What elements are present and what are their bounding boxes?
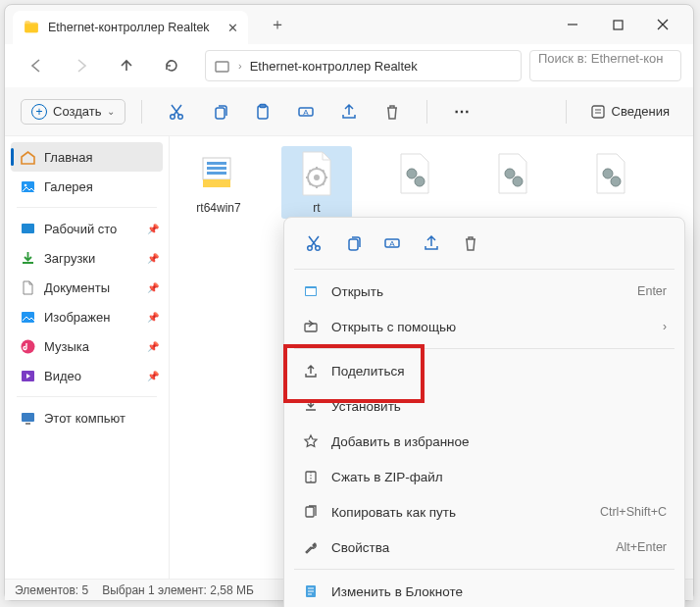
file-item[interactable] — [575, 146, 646, 219]
file-label: rt64win7 — [187, 201, 250, 215]
pc-icon — [19, 409, 36, 427]
path-box[interactable]: › Ethernet-контроллер Realtek — [205, 50, 522, 81]
svg-point-34 — [603, 169, 613, 178]
info-icon — [590, 104, 606, 120]
ctx-label: Открыть — [331, 284, 383, 299]
share-icon[interactable] — [330, 95, 368, 128]
svg-point-37 — [316, 246, 321, 251]
svg-rect-42 — [306, 288, 316, 295]
ctx-share[interactable]: Поделиться — [284, 353, 684, 388]
svg-rect-24 — [203, 179, 230, 187]
sidebar-item-pictures[interactable]: Изображен📌 — [5, 302, 169, 331]
sidebar-item-downloads[interactable]: Загрузки📌 — [5, 243, 169, 273]
cut-icon[interactable] — [296, 228, 331, 259]
svg-rect-27 — [207, 172, 226, 175]
details-button[interactable]: Сведения — [582, 100, 677, 124]
plus-icon: + — [31, 104, 47, 120]
cut-icon[interactable] — [158, 95, 195, 128]
svg-rect-18 — [22, 312, 34, 323]
svg-point-33 — [513, 177, 523, 186]
sidebar-label: Музыка — [44, 339, 89, 354]
svg-rect-21 — [22, 413, 34, 422]
separator — [17, 396, 157, 397]
maximize-button[interactable] — [595, 9, 640, 40]
file-item[interactable] — [477, 146, 548, 219]
ctx-label: Установить — [331, 399, 401, 414]
svg-point-35 — [611, 177, 621, 186]
delete-icon[interactable] — [453, 228, 488, 259]
refresh-button[interactable] — [160, 54, 183, 77]
separator — [294, 569, 675, 570]
title-bar: Ethernet-контроллер Realtek ✕ ＋ — [5, 5, 693, 44]
sidebar-item-video[interactable]: Видео📌 — [5, 361, 169, 390]
share-icon[interactable] — [414, 228, 449, 259]
sidebar-item-documents[interactable]: Документы📌 — [5, 273, 169, 302]
forward-button[interactable] — [70, 54, 93, 77]
rename-icon[interactable]: A — [287, 95, 325, 128]
ctx-open[interactable]: Открыть Enter — [284, 274, 684, 309]
sidebar-item-home[interactable]: Главная — [11, 142, 163, 172]
file-item[interactable] — [379, 146, 450, 219]
minimize-button[interactable] — [550, 9, 595, 40]
file-grid: rt64win7 rt — [183, 146, 679, 219]
delete-icon[interactable] — [374, 95, 411, 128]
svg-point-36 — [308, 246, 313, 251]
paste-icon[interactable] — [244, 95, 281, 128]
browser-tab[interactable]: Ethernet-контроллер Realtek ✕ — [13, 11, 248, 44]
chevron-down-icon: ⌄ — [107, 106, 115, 117]
sidebar-item-thispc[interactable]: Этот компьют — [5, 403, 169, 432]
svg-point-5 — [171, 114, 175, 119]
ctx-favorite[interactable]: Добавить в избранное — [284, 424, 684, 459]
tab-close-icon[interactable]: ✕ — [227, 21, 238, 35]
ctx-label: Сжать в ZIP-файл — [331, 470, 443, 484]
svg-text:A: A — [389, 239, 395, 248]
svg-rect-38 — [349, 239, 358, 250]
path-segment[interactable]: Ethernet-контроллер Realtek — [250, 59, 418, 74]
status-selected: Выбран 1 элемент: 2,58 МБ — [102, 583, 254, 597]
toolbar: + Создать ⌄ A ⋯ Сведения — [5, 87, 693, 136]
chevron-right-icon: › — [238, 60, 242, 72]
back-button[interactable] — [25, 54, 48, 77]
create-button[interactable]: + Создать ⌄ — [21, 99, 125, 125]
file-item-selected[interactable]: rt — [281, 146, 352, 219]
sidebar-label: Этот компьют — [44, 411, 125, 426]
create-label: Создать — [53, 104, 101, 119]
separator — [294, 348, 675, 349]
ctx-icon-row: A — [284, 224, 684, 265]
copy-icon[interactable] — [335, 228, 371, 259]
svg-point-16 — [24, 183, 26, 186]
ctx-zip[interactable]: Сжать в ZIP-файл — [284, 459, 684, 494]
close-button[interactable] — [640, 9, 685, 40]
desktop-icon — [19, 220, 36, 237]
svg-point-19 — [21, 339, 34, 353]
svg-text:A: A — [304, 108, 310, 117]
divider — [141, 100, 142, 124]
openwith-icon — [302, 318, 320, 335]
rename-icon[interactable]: A — [375, 228, 410, 259]
sidebar-item-gallery[interactable]: Галерея — [5, 172, 169, 201]
sys-file-icon — [195, 150, 242, 197]
ctx-copy-path[interactable]: Копировать как путь Ctrl+Shift+C — [284, 494, 684, 530]
new-tab-button[interactable]: ＋ — [264, 15, 291, 35]
divider — [426, 100, 427, 124]
search-input[interactable]: Поиск в: Ethernet-кон — [529, 50, 681, 81]
music-icon — [19, 337, 36, 355]
copy-icon[interactable] — [201, 95, 238, 128]
ctx-open-with[interactable]: Открыть с помощью › — [284, 309, 684, 344]
up-button[interactable] — [115, 54, 138, 77]
context-menu: A Открыть Enter Открыть с помощью › Поде… — [283, 217, 685, 607]
ctx-notepad[interactable]: Изменить в Блокноте — [284, 574, 684, 607]
svg-rect-4 — [216, 62, 228, 72]
more-icon[interactable]: ⋯ — [443, 95, 480, 128]
sidebar-item-music[interactable]: Музыка📌 — [5, 331, 169, 361]
file-label: rt — [285, 201, 348, 215]
file-item[interactable]: rt64win7 — [183, 146, 254, 219]
ctx-install[interactable]: Установить — [284, 388, 684, 424]
wrench-icon — [302, 538, 320, 556]
details-label: Сведения — [612, 104, 670, 119]
shortcut: Ctrl+Shift+C — [600, 505, 667, 519]
svg-point-30 — [407, 169, 417, 178]
inf-file-icon — [293, 150, 340, 197]
ctx-properties[interactable]: Свойства Alt+Enter — [284, 530, 684, 565]
sidebar-item-desktop[interactable]: Рабочий сто📌 — [5, 214, 169, 243]
